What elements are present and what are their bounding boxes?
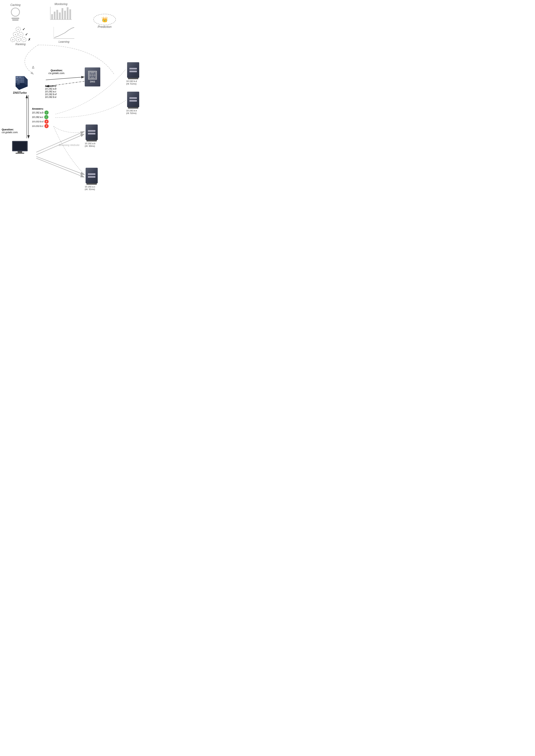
answer-dns-3: 10.192.b.d bbox=[45, 93, 57, 96]
ranking-row-2: a c ✓ bbox=[13, 32, 28, 37]
server-ac-shape bbox=[85, 168, 99, 185]
server-slot-2 bbox=[129, 70, 137, 72]
server-bd-shape bbox=[126, 62, 140, 79]
server-be-slot-1 bbox=[129, 97, 137, 99]
server-be-body bbox=[127, 92, 139, 107]
server-be-base bbox=[128, 107, 138, 109]
check-1: ✓ bbox=[22, 27, 25, 31]
question-left-title: Question: bbox=[2, 128, 18, 131]
badge-green-1: ✓ bbox=[44, 110, 48, 115]
ranking-row-3: b d f ✗ bbox=[10, 37, 31, 42]
server-ac-label: 10.192.a.c (rtt: 31ms) bbox=[85, 185, 99, 190]
bubble-b: b bbox=[10, 37, 15, 42]
question-left-domain: csi.gstatic.com. bbox=[2, 131, 18, 134]
bar-chart bbox=[50, 7, 72, 20]
server-ac: 10.192.a.c (rtt: 31ms) bbox=[85, 168, 99, 190]
ranking-bubbles: e ✓ a c ✓ b d f ✗ bbox=[10, 27, 31, 42]
answer-badge-row-3: 10.192.b.d ✗ bbox=[32, 120, 48, 124]
browsing-label: Browsing Website bbox=[59, 144, 79, 147]
bar-6 bbox=[64, 11, 66, 19]
dns-body: DNS bbox=[85, 68, 100, 86]
learning-label: Learning bbox=[54, 40, 74, 43]
server-bd: 10.192.b.d (rtt: 51ms) bbox=[126, 62, 140, 85]
server-ac-rtt: (rtt: 31ms) bbox=[85, 188, 95, 190]
svg-rect-32 bbox=[15, 153, 24, 154]
svg-line-2 bbox=[46, 77, 84, 80]
concept-caching: Caching bbox=[10, 3, 20, 21]
answer-badge-row-2: 10.192.a.c ✓ bbox=[32, 115, 48, 119]
answers-badges: Answers: 10.192.a.b ✓ 10.192.a.c ✓ 10.19… bbox=[32, 107, 48, 128]
server-ab-label: 10.192.a.b (rtt: 30ms) bbox=[85, 142, 99, 147]
server-ac-slot-1 bbox=[88, 173, 96, 175]
svg-line-8 bbox=[36, 156, 84, 175]
check-2: ✓ bbox=[25, 32, 28, 37]
delta-symbol: Δ bbox=[32, 65, 34, 69]
bubble-a: a bbox=[13, 32, 18, 37]
svg-rect-23 bbox=[16, 79, 18, 80]
server-be: 10.192.b.e (rtt: 52ms) bbox=[126, 92, 140, 115]
dns-text: DNS bbox=[90, 80, 95, 83]
svg-line-9 bbox=[36, 158, 84, 177]
svg-line-6 bbox=[36, 131, 84, 152]
concept-ranking: e ✓ a c ✓ b d f ✗ Ranking bbox=[10, 27, 31, 46]
server-be-label: 10.192.b.e (rtt: 52ms) bbox=[126, 109, 140, 115]
svg-rect-30 bbox=[13, 142, 27, 151]
server-ab: 10.192.a.b (rtt: 30ms) bbox=[85, 125, 99, 147]
caching-label: Caching bbox=[10, 3, 20, 7]
concept-monitoring: Monitoring bbox=[50, 3, 72, 20]
dnsturbo-label: DNSTurbo bbox=[10, 91, 29, 95]
question-top-title: Question: bbox=[48, 69, 65, 72]
bar-4 bbox=[59, 13, 61, 19]
bar-5 bbox=[62, 8, 63, 19]
bar-1 bbox=[51, 14, 53, 19]
ranking-row-1: e ✓ bbox=[16, 27, 25, 32]
concept-learning: Learning bbox=[54, 27, 74, 43]
answer-badge-text-3: 10.192.b.d bbox=[32, 120, 43, 123]
dns-server: DNS bbox=[85, 68, 100, 86]
answers-dns-title: Answers: bbox=[45, 84, 57, 87]
bar-7 bbox=[67, 7, 69, 19]
answer-badge-row-4: 10.192.b.e ✗ bbox=[32, 124, 48, 128]
dnsturbo-cube-svg bbox=[10, 72, 29, 90]
server-bd-rtt: (rtt: 51ms) bbox=[126, 82, 136, 85]
bubble-d: d bbox=[16, 37, 21, 42]
dns-logo-svg bbox=[89, 72, 96, 79]
bar-8 bbox=[69, 9, 71, 19]
concept-prediction: 👑 Prediction bbox=[93, 14, 116, 29]
answers-badges-title: Answers: bbox=[32, 107, 48, 110]
server-be-ip: 10.192.b.e bbox=[126, 109, 137, 112]
answers-dns: Answers: 10.192.a.b 10.192.a.c 10.192.b.… bbox=[45, 84, 57, 98]
client-computer-svg bbox=[10, 140, 29, 155]
bubble-c: c bbox=[18, 32, 23, 37]
dnsturbo-icon: DNSTurbo bbox=[10, 72, 29, 95]
server-bd-body bbox=[127, 62, 139, 78]
question-top: Question: csi.gstatic.com. bbox=[48, 69, 65, 74]
svg-rect-21 bbox=[16, 77, 18, 78]
server-slot-1 bbox=[129, 68, 137, 70]
prediction-bubble: 👑 bbox=[93, 14, 116, 25]
server-ab-body bbox=[86, 125, 98, 140]
bubble-f: f bbox=[21, 37, 26, 42]
badge-green-2: ✓ bbox=[44, 115, 48, 119]
ranking-label: Ranking bbox=[10, 43, 31, 46]
server-ac-slot-2 bbox=[88, 176, 96, 178]
svg-rect-24 bbox=[16, 83, 20, 84]
diagram: Caching Monitoring 👑 Prediction e ✓ bbox=[0, 0, 155, 220]
server-ab-slot-1 bbox=[88, 130, 96, 132]
server-ab-base bbox=[86, 140, 97, 141]
answer-dns-2: 10.192.a.c bbox=[45, 90, 57, 93]
server-ab-rtt: (rtt: 30ms) bbox=[85, 145, 95, 147]
answer-badge-text-4: 10.192.b.e bbox=[32, 125, 43, 127]
badge-red-1: ✗ bbox=[44, 120, 48, 124]
server-ab-slot-2 bbox=[88, 133, 96, 134]
server-be-slot-2 bbox=[129, 100, 137, 102]
crown-icon: 👑 bbox=[101, 16, 108, 22]
line-chart-svg bbox=[54, 27, 74, 39]
monitoring-label: Monitoring bbox=[50, 3, 72, 6]
cache-line-1 bbox=[12, 18, 19, 19]
answer-dns-1: 10.192.a.b bbox=[45, 87, 57, 90]
server-bd-ip: 10.192.b.d bbox=[126, 80, 137, 82]
answer-badge-row-1: 10.192.a.b ✓ bbox=[32, 110, 48, 115]
dns-logo bbox=[88, 71, 97, 79]
server-ab-shape bbox=[85, 125, 99, 141]
